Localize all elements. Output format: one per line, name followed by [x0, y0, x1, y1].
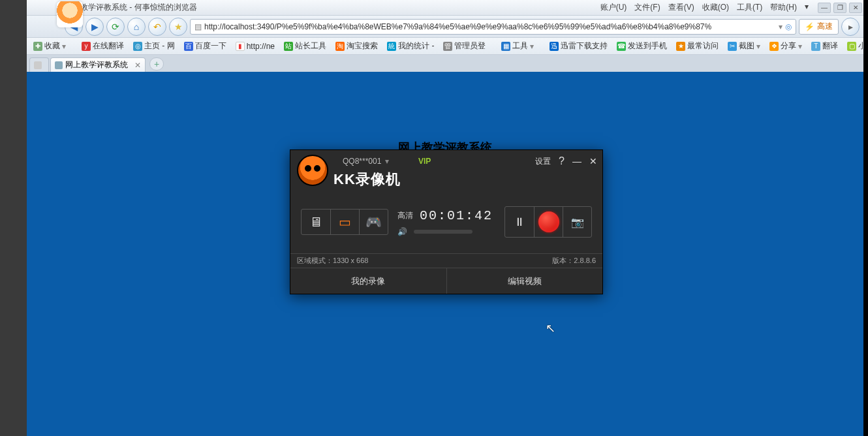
user-avatar[interactable]	[57, 1, 83, 27]
menu-view[interactable]: 查看(V)	[666, 1, 697, 14]
kk-close-button[interactable]: ✕	[589, 156, 597, 166]
compat-icon[interactable]: ◎	[785, 22, 792, 31]
bookmark-sendphone[interactable]: ☎发送到手机	[614, 40, 670, 52]
kk-recorder-window: QQ8***001 ▾ VIP KK录像机 设置 ? — ✕ 🖥 ▭ 🎮 高清 …	[290, 149, 603, 294]
left-gutter	[0, 0, 27, 436]
kk-user-dropdown[interactable]: QQ8***001 ▾	[343, 157, 389, 166]
menu-help[interactable]: 帮助(H)	[767, 1, 799, 14]
kk-record-group: ⏸ 📷	[504, 206, 592, 238]
region-icon: ▭	[339, 214, 351, 230]
home-button[interactable]: ⌂	[127, 18, 146, 36]
speed-label: 高速	[817, 21, 833, 32]
bookmark-thunder[interactable]: 迅迅雷下载支持	[547, 40, 610, 52]
tab-favicon	[55, 61, 63, 69]
favorite-button[interactable]: ★	[169, 18, 187, 36]
kk-mode-fullscreen[interactable]: 🖥	[302, 210, 330, 234]
tab-label: 网上教学评教系统	[65, 59, 128, 70]
kk-settings-button[interactable]: 设置	[535, 156, 551, 167]
kk-vip-badge: VIP	[418, 157, 431, 166]
kk-mode-game[interactable]: 🎮	[359, 210, 388, 234]
kk-pause-button[interactable]: ⏸	[505, 207, 534, 237]
bookmark-share[interactable]: ❖分享▾	[767, 40, 805, 52]
title-bar: 网上教学评教系统 - 何事惊慌的浏览器 账户(U) 文件(F) 查看(V) 收藏…	[27, 0, 863, 16]
more-icon: ▸	[848, 22, 853, 32]
overflow-button[interactable]: ▸	[841, 18, 860, 36]
tab-blank[interactable]	[29, 57, 49, 72]
camera-icon: 📷	[571, 216, 584, 228]
bookmark-freq[interactable]: ★最常访问	[674, 40, 721, 52]
bookmark-home[interactable]: ◎主页 - 网	[131, 40, 178, 52]
bookmark-translate[interactable]: T翻译	[809, 40, 841, 52]
window-close-button[interactable]: ✕	[849, 3, 862, 13]
kk-edit-video-button[interactable]: 编辑视频	[446, 268, 603, 294]
address-bar[interactable]: ▤ http://localhost:3490/P%e5%9f%ba%e4%ba…	[190, 19, 796, 35]
lightning-icon: ⚡	[805, 22, 814, 31]
forward-button[interactable]: ▶	[85, 18, 104, 36]
pause-icon: ⏸	[514, 215, 525, 229]
url-text: http://localhost:3490/P%e5%9f%ba%e4%ba%8…	[204, 22, 779, 31]
bookmark-addfav[interactable]: ✚收藏▾	[31, 40, 69, 52]
bookmark-translate-online[interactable]: y在线翻译	[79, 40, 127, 52]
undo-button[interactable]: ↶	[148, 18, 166, 36]
kk-brand-label: KK录像机	[333, 170, 401, 189]
bookmark-screenshot[interactable]: ✂截图▾	[725, 40, 763, 52]
window-maximize-button[interactable]: ❐	[833, 3, 846, 13]
bookmark-admin[interactable]: 管管理员登	[441, 40, 488, 52]
speed-mode-button[interactable]: ⚡ 高速	[799, 19, 839, 35]
kk-quality-block: 高清 00:01:42 🔊	[397, 208, 493, 236]
gamepad-icon: 🎮	[365, 214, 382, 230]
kk-user-chevron-icon: ▾	[385, 157, 389, 166]
forward-icon: ▶	[91, 22, 99, 32]
record-icon	[538, 211, 559, 232]
menu-tools[interactable]: 工具(T)	[734, 1, 765, 14]
kk-status-bar: 区域模式：868 x 436 版本：2.8.8.6	[290, 253, 602, 268]
menu-fav[interactable]: 收藏(O)	[700, 1, 732, 14]
new-tab-button[interactable]: +	[149, 57, 164, 70]
kk-minimize-button[interactable]: —	[572, 156, 581, 166]
kk-record-button[interactable]	[534, 207, 563, 237]
tab-active[interactable]: 网上教学评教系统 ✕	[50, 57, 146, 72]
menu-dropdown-icon[interactable]: ▾	[802, 1, 811, 14]
bookmark-httpne[interactable]: ▮http://ne	[233, 42, 277, 51]
reload-button[interactable]: ⟳	[106, 18, 125, 36]
kk-mode-region[interactable]: ▭	[330, 210, 359, 234]
bookmark-miniwin[interactable]: ▢小号窗口	[845, 40, 863, 52]
tab-strip: 网上教学评教系统 ✕ +	[27, 55, 863, 72]
menu-bar: 账户(U) 文件(F) 查看(V) 收藏(O) 工具(T) 帮助(H) ▾	[598, 1, 811, 14]
window-title: 网上教学评教系统 - 何事惊慌的浏览器	[65, 2, 598, 13]
kk-controls-row: 🖥 ▭ 🎮 高清 00:01:42 🔊 ⏸ 📷	[290, 191, 602, 253]
bookmark-baidu[interactable]: 百百度一下	[181, 40, 229, 52]
bookmark-toolbox[interactable]: ▦工具▾	[499, 40, 536, 52]
kk-version-label: 版本：2.8.8.6	[552, 256, 596, 266]
bookmark-sitetools[interactable]: 站站长工具	[281, 40, 329, 52]
kk-logo-icon	[297, 155, 328, 186]
bookmark-stats[interactable]: 統我的统计 -	[384, 40, 437, 52]
star-icon: ★	[174, 22, 183, 32]
bookmark-taobao[interactable]: 淘淘宝搜索	[333, 40, 380, 52]
site-icon: ▤	[194, 22, 202, 31]
menu-file[interactable]: 文件(F)	[632, 1, 662, 14]
kk-volume-slider[interactable]	[414, 230, 473, 234]
kk-my-recordings-button[interactable]: 我的录像	[290, 268, 446, 294]
reload-icon: ⟳	[112, 22, 119, 32]
undo-icon: ↶	[153, 22, 161, 32]
kk-bottom-buttons: 我的录像 编辑视频	[290, 268, 602, 294]
monitor-icon: 🖥	[309, 215, 322, 230]
speaker-icon[interactable]: 🔊	[397, 227, 407, 236]
addr-dropdown-icon[interactable]: ▾	[779, 22, 783, 31]
menu-account[interactable]: 账户(U)	[598, 1, 630, 14]
kk-snapshot-button[interactable]: 📷	[563, 207, 591, 237]
kk-timer: 00:01:42	[420, 208, 493, 223]
tab-close-icon[interactable]: ✕	[134, 61, 141, 70]
bookmark-bar: ✚收藏▾ y在线翻译 ◎主页 - 网 百百度一下 ▮http://ne 站站长工…	[27, 38, 863, 55]
home-icon: ⌂	[134, 22, 139, 32]
nav-toolbar: ◀ ▶ ⟳ ⌂ ↶ ★ ▤ http://localhost:3490/P%e5…	[27, 16, 863, 38]
kk-user-label: QQ8***001	[343, 157, 381, 166]
window-minimize-button[interactable]: —	[818, 3, 831, 13]
kk-titlebar[interactable]: QQ8***001 ▾ VIP KK录像机 设置 ? — ✕	[290, 150, 602, 191]
kk-region-mode-label: 区域模式：868 x 436	[297, 256, 368, 266]
kk-quality-label[interactable]: 高清	[397, 210, 413, 221]
blank-tab-icon	[34, 61, 42, 69]
kk-mode-group: 🖥 ▭ 🎮	[301, 209, 388, 235]
kk-help-button[interactable]: ?	[559, 155, 565, 167]
